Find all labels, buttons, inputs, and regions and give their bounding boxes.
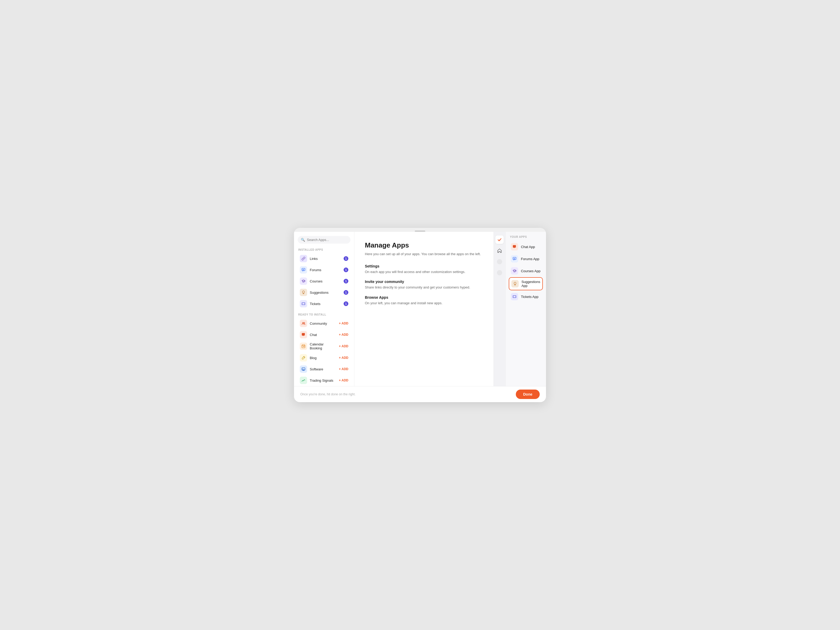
your-app-label-forums-app: Forums App xyxy=(521,257,539,261)
manage-title: Manage Apps xyxy=(365,241,483,249)
drag-handle xyxy=(294,228,546,232)
badge-forums: 1 xyxy=(344,267,348,272)
sidebar-item-blog[interactable]: Blog + ADD xyxy=(296,352,352,363)
info-section-title: Settings xyxy=(365,264,483,268)
installed-apps-label: INSTALLED APPS xyxy=(294,247,354,253)
info-section-body: Share links directly to your community a… xyxy=(365,285,483,290)
your-app-icon-tickets-app xyxy=(511,293,518,300)
item-label-courses: Courses xyxy=(310,279,341,283)
app-icon-calendar xyxy=(300,343,307,350)
badge-tickets: 1 xyxy=(344,302,348,306)
nav-icon-circle2[interactable] xyxy=(495,268,504,277)
app-icon-courses xyxy=(300,278,307,285)
badge-links: 1 xyxy=(344,256,348,261)
item-label-blog: Blog xyxy=(310,356,336,360)
your-app-icon-suggestions-app xyxy=(512,280,519,287)
sidebar: 🔍 INSTALLED APPS Links 1 Forums 1 Course… xyxy=(294,232,354,386)
main-content: Manage Apps Here you can set up all of y… xyxy=(354,232,494,386)
sidebar-item-forums[interactable]: Forums 1 xyxy=(296,264,352,275)
svg-point-1 xyxy=(302,322,303,324)
ready-to-install-label: READY TO INSTALL xyxy=(294,312,354,317)
item-label-suggestions: Suggestions xyxy=(310,291,341,295)
add-btn-calendar[interactable]: + ADD xyxy=(339,344,348,348)
item-label-community: Community xyxy=(310,322,336,325)
right-panel-icons xyxy=(494,232,505,386)
app-icon-suggestions xyxy=(300,289,307,296)
your-app-icon-courses-app xyxy=(511,267,518,275)
app-icon-chat xyxy=(300,331,307,338)
add-btn-trading[interactable]: + ADD xyxy=(339,379,348,382)
sidebar-item-community[interactable]: Community + ADD xyxy=(296,318,352,329)
right-panel-row: YOUR APPS Chat App Forums App Courses Ap… xyxy=(494,232,546,386)
your-app-item-courses-app[interactable]: Courses App xyxy=(509,265,543,277)
modal: 🔍 INSTALLED APPS Links 1 Forums 1 Course… xyxy=(294,228,546,402)
item-label-forums: Forums xyxy=(310,268,341,272)
your-app-item-tickets-app[interactable]: Tickets App xyxy=(509,291,543,302)
badge-courses: 1 xyxy=(344,279,348,284)
your-app-item-forums-app[interactable]: Forums App xyxy=(509,253,543,265)
sidebar-item-tickets[interactable]: Tickets 1 xyxy=(296,298,352,309)
svg-rect-4 xyxy=(302,368,305,370)
app-icon-trading xyxy=(300,377,307,384)
bottom-bar: Once you're done, hit done on the right.… xyxy=(294,386,546,402)
badge-suggestions: 1 xyxy=(344,290,348,295)
nav-icon-circle1[interactable] xyxy=(495,257,504,266)
sidebar-item-chat[interactable]: Chat + ADD xyxy=(296,329,352,340)
info-section-title: Invite your community xyxy=(365,279,483,284)
item-label-trading: Trading Signals xyxy=(310,379,336,382)
your-apps-label: YOUR APPS xyxy=(509,235,543,238)
nav-icon-checkmark[interactable] xyxy=(495,235,504,244)
nav-icon-home[interactable] xyxy=(495,246,504,255)
add-btn-blog[interactable]: + ADD xyxy=(339,356,348,360)
search-icon: 🔍 xyxy=(301,238,305,242)
item-label-links: Links xyxy=(310,257,341,261)
search-box: 🔍 xyxy=(298,236,351,243)
right-panel: YOUR APPS Chat App Forums App Courses Ap… xyxy=(494,232,546,386)
info-section-body: On your left, you can manage and install… xyxy=(365,300,483,306)
item-label-calendar: Calendar Booking xyxy=(310,342,336,350)
bottom-hint: Once you're done, hit done on the right. xyxy=(300,392,355,396)
modal-body: 🔍 INSTALLED APPS Links 1 Forums 1 Course… xyxy=(294,232,546,386)
item-label-chat: Chat xyxy=(310,333,336,337)
your-app-icon-chat-app xyxy=(511,243,518,250)
sidebar-item-software[interactable]: Software + ADD xyxy=(296,363,352,374)
sidebar-item-courses[interactable]: Courses 1 xyxy=(296,276,352,287)
info-section: Browse Apps On your left, you can manage… xyxy=(365,295,483,306)
app-icon-community xyxy=(300,320,307,327)
app-icon-forums xyxy=(300,266,307,273)
app-icon-software xyxy=(300,365,307,373)
info-sections: Settings On each app you will find acces… xyxy=(365,264,483,311)
right-panel-apps: YOUR APPS Chat App Forums App Courses Ap… xyxy=(505,232,546,386)
your-app-label-suggestions-app: Suggestions App xyxy=(521,280,540,288)
sidebar-item-links[interactable]: Links 1 xyxy=(296,253,352,264)
search-wrapper: 🔍 xyxy=(294,236,354,247)
info-section: Settings On each app you will find acces… xyxy=(365,264,483,275)
done-button[interactable]: Done xyxy=(516,390,540,399)
your-app-label-chat-app: Chat App xyxy=(521,245,535,249)
info-section: Invite your community Share links direct… xyxy=(365,279,483,290)
sidebar-item-trading[interactable]: Trading Signals + ADD xyxy=(296,375,352,386)
your-app-icon-forums-app xyxy=(511,255,518,262)
info-section-body: On each app you will find access and oth… xyxy=(365,269,483,275)
sidebar-item-calendar[interactable]: Calendar Booking + ADD xyxy=(296,341,352,352)
manage-subtitle: Here you can set up all of your apps. Yo… xyxy=(365,251,483,257)
your-apps-list: Chat App Forums App Courses App Suggesti… xyxy=(509,241,543,302)
add-btn-chat[interactable]: + ADD xyxy=(339,333,348,336)
your-app-label-tickets-app: Tickets App xyxy=(521,295,538,299)
app-icon-blog xyxy=(300,354,307,362)
add-btn-software[interactable]: + ADD xyxy=(339,367,348,371)
installed-apps-list: Links 1 Forums 1 Courses 1 Suggestions 1… xyxy=(294,253,354,309)
search-input[interactable] xyxy=(307,238,347,242)
info-section-title: Browse Apps xyxy=(365,295,483,300)
add-btn-community[interactable]: + ADD xyxy=(339,322,348,325)
ready-apps-list: Community + ADD Chat + ADD Calendar Book… xyxy=(294,317,354,386)
your-app-item-chat-app[interactable]: Chat App xyxy=(509,241,543,253)
sidebar-item-suggestions[interactable]: Suggestions 1 xyxy=(296,287,352,298)
item-label-tickets: Tickets xyxy=(310,302,341,306)
item-label-software: Software xyxy=(310,367,336,371)
app-icon-links xyxy=(300,255,307,262)
svg-point-2 xyxy=(304,322,305,324)
your-app-label-courses-app: Courses App xyxy=(521,269,540,273)
your-app-item-suggestions-app[interactable]: Suggestions App xyxy=(509,277,543,291)
app-icon-tickets xyxy=(300,300,307,307)
